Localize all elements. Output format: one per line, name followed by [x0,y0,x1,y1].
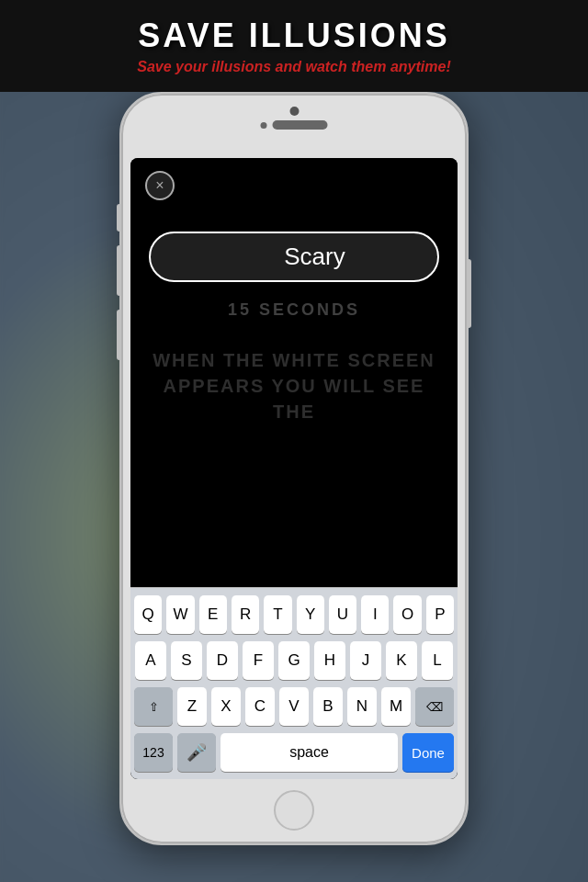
speaker-area [261,120,328,130]
key-T[interactable]: T [264,595,291,634]
power-button[interactable] [467,259,471,328]
key-B[interactable]: B [313,687,343,726]
key-F[interactable]: F [243,641,274,680]
front-camera [289,107,299,116]
key-Y[interactable]: Y [297,595,324,634]
key-Q[interactable]: Q [134,595,162,634]
sensor-dot [261,122,267,129]
key-S[interactable]: S [171,641,202,680]
earpiece-speaker [273,120,328,130]
key-L[interactable]: L [422,641,453,680]
home-button[interactable] [274,790,314,831]
timer-label: 15 SECONDS [228,300,360,320]
key-E[interactable]: E [199,595,227,634]
delete-key[interactable]: ⌫ [415,687,454,726]
key-X[interactable]: X [211,687,241,726]
text-input-container: × [149,232,439,282]
top-banner: SAVE ILLUSIONS Save your illusions and w… [0,0,588,92]
phone-screen: × × 15 SECONDS WHEN THE WHITE SCREENAPPE… [130,158,458,779]
keyboard: Q W E R T Y U I O P A S D F G [130,587,458,779]
key-I[interactable]: I [361,595,389,634]
key-W[interactable]: W [166,595,194,634]
modal-overlay: × × 15 SECONDS WHEN THE WHITE SCREENAPPE… [130,158,458,779]
key-N[interactable]: N [347,687,377,726]
key-C[interactable]: C [245,687,275,726]
key-P[interactable]: P [426,595,454,634]
key-M[interactable]: M [381,687,411,726]
phone-frame: × × 15 SECONDS WHEN THE WHITE SCREENAPPE… [119,92,469,845]
volume-up-button[interactable] [117,245,121,296]
volume-down-button[interactable] [117,310,121,360]
keyboard-row-1: Q W E R T Y U I O P [134,595,454,634]
banner-title: SAVE ILLUSIONS [138,17,449,55]
space-key[interactable]: space [220,733,398,772]
key-D[interactable]: D [207,641,238,680]
microphone-key[interactable]: 🎤 [177,733,216,772]
keyboard-bottom-row: 123 🎤 space Done [134,733,454,772]
key-V[interactable]: V [279,687,309,726]
done-key[interactable]: Done [402,733,454,772]
key-Z[interactable]: Z [177,687,207,726]
key-U[interactable]: U [329,595,356,634]
key-O[interactable]: O [393,595,421,634]
volume-silent-button[interactable] [117,204,121,232]
modal-content: × 15 SECONDS WHEN THE WHITE SCREENAPPEAR… [130,213,458,587]
key-G[interactable]: G [278,641,310,680]
modal-top-bar: × [130,158,458,213]
instruction-label: WHEN THE WHITE SCREENAPPEARS YOU WILL SE… [149,347,439,424]
phone-top-hardware [261,107,328,130]
banner-subtitle: Save your illusions and watch them anyti… [137,59,450,75]
keyboard-row-2: A S D F G H J K L [134,641,454,680]
keyboard-row-3: ⇧ Z X C V B N M ⌫ [134,687,454,726]
shift-key[interactable]: ⇧ [134,687,173,726]
close-modal-button[interactable]: × [145,171,175,200]
numeric-key[interactable]: 123 [134,733,173,772]
key-J[interactable]: J [350,641,381,680]
key-K[interactable]: K [386,641,417,680]
key-A[interactable]: A [135,641,166,680]
key-H[interactable]: H [314,641,345,680]
key-R[interactable]: R [232,595,259,634]
illusion-name-input[interactable] [165,243,458,271]
